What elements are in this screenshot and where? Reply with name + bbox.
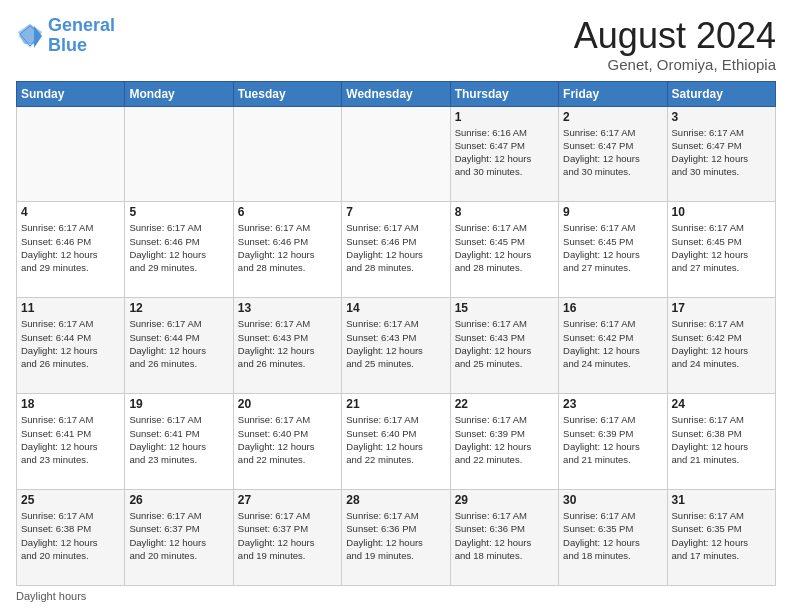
day-number: 2 — [563, 110, 662, 124]
day-info: Sunrise: 6:17 AM Sunset: 6:46 PM Dayligh… — [346, 221, 445, 274]
calendar-header-row: SundayMondayTuesdayWednesdayThursdayFrid… — [17, 81, 776, 106]
calendar-day-header: Thursday — [450, 81, 558, 106]
calendar-cell: 14Sunrise: 6:17 AM Sunset: 6:43 PM Dayli… — [342, 298, 450, 394]
calendar-cell: 13Sunrise: 6:17 AM Sunset: 6:43 PM Dayli… — [233, 298, 341, 394]
calendar-cell: 1Sunrise: 6:16 AM Sunset: 6:47 PM Daylig… — [450, 106, 558, 202]
day-number: 11 — [21, 301, 120, 315]
day-number: 25 — [21, 493, 120, 507]
calendar-day-header: Sunday — [17, 81, 125, 106]
calendar-week-row: 11Sunrise: 6:17 AM Sunset: 6:44 PM Dayli… — [17, 298, 776, 394]
calendar-cell: 8Sunrise: 6:17 AM Sunset: 6:45 PM Daylig… — [450, 202, 558, 298]
calendar-cell: 15Sunrise: 6:17 AM Sunset: 6:43 PM Dayli… — [450, 298, 558, 394]
calendar-cell: 12Sunrise: 6:17 AM Sunset: 6:44 PM Dayli… — [125, 298, 233, 394]
footer-note: Daylight hours — [16, 590, 776, 602]
day-number: 4 — [21, 205, 120, 219]
calendar-cell: 2Sunrise: 6:17 AM Sunset: 6:47 PM Daylig… — [559, 106, 667, 202]
day-number: 10 — [672, 205, 771, 219]
calendar-cell: 21Sunrise: 6:17 AM Sunset: 6:40 PM Dayli… — [342, 394, 450, 490]
day-number: 14 — [346, 301, 445, 315]
logo: General Blue — [16, 16, 115, 56]
day-info: Sunrise: 6:17 AM Sunset: 6:44 PM Dayligh… — [21, 317, 120, 370]
header: General Blue August 2024 Genet, Oromiya,… — [16, 16, 776, 73]
day-number: 6 — [238, 205, 337, 219]
calendar-cell: 19Sunrise: 6:17 AM Sunset: 6:41 PM Dayli… — [125, 394, 233, 490]
calendar-cell: 11Sunrise: 6:17 AM Sunset: 6:44 PM Dayli… — [17, 298, 125, 394]
day-number: 3 — [672, 110, 771, 124]
day-number: 30 — [563, 493, 662, 507]
day-number: 15 — [455, 301, 554, 315]
day-info: Sunrise: 6:16 AM Sunset: 6:47 PM Dayligh… — [455, 126, 554, 179]
calendar-cell: 20Sunrise: 6:17 AM Sunset: 6:40 PM Dayli… — [233, 394, 341, 490]
day-info: Sunrise: 6:17 AM Sunset: 6:45 PM Dayligh… — [672, 221, 771, 274]
day-info: Sunrise: 6:17 AM Sunset: 6:45 PM Dayligh… — [563, 221, 662, 274]
logo-text: General Blue — [48, 16, 115, 56]
calendar-cell: 30Sunrise: 6:17 AM Sunset: 6:35 PM Dayli… — [559, 490, 667, 586]
day-number: 26 — [129, 493, 228, 507]
calendar-week-row: 4Sunrise: 6:17 AM Sunset: 6:46 PM Daylig… — [17, 202, 776, 298]
day-info: Sunrise: 6:17 AM Sunset: 6:35 PM Dayligh… — [563, 509, 662, 562]
day-number: 13 — [238, 301, 337, 315]
day-number: 1 — [455, 110, 554, 124]
calendar-cell: 18Sunrise: 6:17 AM Sunset: 6:41 PM Dayli… — [17, 394, 125, 490]
subtitle: Genet, Oromiya, Ethiopia — [574, 56, 776, 73]
day-number: 28 — [346, 493, 445, 507]
day-info: Sunrise: 6:17 AM Sunset: 6:41 PM Dayligh… — [129, 413, 228, 466]
day-number: 21 — [346, 397, 445, 411]
calendar-week-row: 1Sunrise: 6:16 AM Sunset: 6:47 PM Daylig… — [17, 106, 776, 202]
calendar-cell: 23Sunrise: 6:17 AM Sunset: 6:39 PM Dayli… — [559, 394, 667, 490]
calendar-cell: 10Sunrise: 6:17 AM Sunset: 6:45 PM Dayli… — [667, 202, 775, 298]
calendar-cell — [17, 106, 125, 202]
day-info: Sunrise: 6:17 AM Sunset: 6:35 PM Dayligh… — [672, 509, 771, 562]
calendar-week-row: 18Sunrise: 6:17 AM Sunset: 6:41 PM Dayli… — [17, 394, 776, 490]
day-number: 23 — [563, 397, 662, 411]
day-info: Sunrise: 6:17 AM Sunset: 6:47 PM Dayligh… — [672, 126, 771, 179]
calendar-cell: 9Sunrise: 6:17 AM Sunset: 6:45 PM Daylig… — [559, 202, 667, 298]
day-info: Sunrise: 6:17 AM Sunset: 6:37 PM Dayligh… — [238, 509, 337, 562]
day-info: Sunrise: 6:17 AM Sunset: 6:43 PM Dayligh… — [455, 317, 554, 370]
calendar-cell: 24Sunrise: 6:17 AM Sunset: 6:38 PM Dayli… — [667, 394, 775, 490]
day-info: Sunrise: 6:17 AM Sunset: 6:46 PM Dayligh… — [238, 221, 337, 274]
calendar-cell: 5Sunrise: 6:17 AM Sunset: 6:46 PM Daylig… — [125, 202, 233, 298]
calendar-cell: 3Sunrise: 6:17 AM Sunset: 6:47 PM Daylig… — [667, 106, 775, 202]
calendar-cell — [342, 106, 450, 202]
day-number: 18 — [21, 397, 120, 411]
day-number: 16 — [563, 301, 662, 315]
calendar-cell: 16Sunrise: 6:17 AM Sunset: 6:42 PM Dayli… — [559, 298, 667, 394]
svg-marker-3 — [34, 26, 42, 48]
calendar-day-header: Tuesday — [233, 81, 341, 106]
day-info: Sunrise: 6:17 AM Sunset: 6:45 PM Dayligh… — [455, 221, 554, 274]
calendar-cell — [125, 106, 233, 202]
calendar-cell: 17Sunrise: 6:17 AM Sunset: 6:42 PM Dayli… — [667, 298, 775, 394]
calendar-cell: 29Sunrise: 6:17 AM Sunset: 6:36 PM Dayli… — [450, 490, 558, 586]
day-number: 7 — [346, 205, 445, 219]
day-info: Sunrise: 6:17 AM Sunset: 6:38 PM Dayligh… — [21, 509, 120, 562]
logo-icon — [16, 22, 44, 50]
day-number: 24 — [672, 397, 771, 411]
day-info: Sunrise: 6:17 AM Sunset: 6:36 PM Dayligh… — [346, 509, 445, 562]
day-number: 5 — [129, 205, 228, 219]
day-info: Sunrise: 6:17 AM Sunset: 6:36 PM Dayligh… — [455, 509, 554, 562]
day-info: Sunrise: 6:17 AM Sunset: 6:44 PM Dayligh… — [129, 317, 228, 370]
calendar-cell: 27Sunrise: 6:17 AM Sunset: 6:37 PM Dayli… — [233, 490, 341, 586]
day-info: Sunrise: 6:17 AM Sunset: 6:40 PM Dayligh… — [238, 413, 337, 466]
day-info: Sunrise: 6:17 AM Sunset: 6:46 PM Dayligh… — [129, 221, 228, 274]
day-info: Sunrise: 6:17 AM Sunset: 6:40 PM Dayligh… — [346, 413, 445, 466]
calendar-cell: 25Sunrise: 6:17 AM Sunset: 6:38 PM Dayli… — [17, 490, 125, 586]
day-info: Sunrise: 6:17 AM Sunset: 6:41 PM Dayligh… — [21, 413, 120, 466]
day-number: 17 — [672, 301, 771, 315]
day-number: 22 — [455, 397, 554, 411]
day-number: 31 — [672, 493, 771, 507]
day-info: Sunrise: 6:17 AM Sunset: 6:39 PM Dayligh… — [563, 413, 662, 466]
day-number: 27 — [238, 493, 337, 507]
day-info: Sunrise: 6:17 AM Sunset: 6:47 PM Dayligh… — [563, 126, 662, 179]
calendar-cell: 4Sunrise: 6:17 AM Sunset: 6:46 PM Daylig… — [17, 202, 125, 298]
day-info: Sunrise: 6:17 AM Sunset: 6:43 PM Dayligh… — [238, 317, 337, 370]
day-info: Sunrise: 6:17 AM Sunset: 6:38 PM Dayligh… — [672, 413, 771, 466]
day-info: Sunrise: 6:17 AM Sunset: 6:43 PM Dayligh… — [346, 317, 445, 370]
day-number: 8 — [455, 205, 554, 219]
day-info: Sunrise: 6:17 AM Sunset: 6:42 PM Dayligh… — [563, 317, 662, 370]
day-number: 20 — [238, 397, 337, 411]
calendar-week-row: 25Sunrise: 6:17 AM Sunset: 6:38 PM Dayli… — [17, 490, 776, 586]
calendar-day-header: Monday — [125, 81, 233, 106]
main-title: August 2024 — [574, 16, 776, 56]
